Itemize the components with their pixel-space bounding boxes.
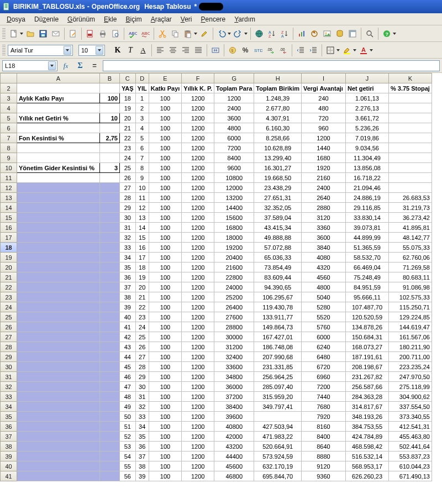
cell[interactable]: [100, 442, 120, 452]
cell[interactable]: 22: [120, 133, 136, 143]
row-header[interactable]: 3: [1, 93, 17, 103]
cell[interactable]: 6: [135, 143, 149, 153]
cell[interactable]: 27: [120, 183, 136, 193]
cell[interactable]: 144.619,47: [388, 322, 432, 332]
row-header[interactable]: 29: [1, 352, 17, 362]
cell[interactable]: 5040: [301, 292, 345, 302]
cell[interactable]: 100: [149, 253, 182, 262]
cell[interactable]: 27600: [214, 312, 254, 322]
row-header[interactable]: 21: [1, 272, 17, 282]
cell[interactable]: 55.075,33: [388, 243, 432, 253]
cell[interactable]: 626.260,23: [345, 471, 388, 481]
cell[interactable]: 207.990,68: [254, 352, 302, 362]
cell[interactable]: 13.856,08: [345, 163, 388, 173]
cell[interactable]: 4.307,91: [254, 113, 302, 123]
cell[interactable]: 102.575,33: [388, 292, 432, 302]
cell[interactable]: [17, 203, 100, 213]
cell[interactable]: 1200: [182, 153, 214, 163]
sort-desc-button[interactable]: ZA: [278, 28, 291, 40]
cell[interactable]: 24000: [214, 282, 254, 292]
cell[interactable]: 8: [135, 163, 149, 173]
cell[interactable]: 1200: [182, 143, 214, 153]
select-all-corner[interactable]: [1, 74, 17, 83]
sort-asc-button[interactable]: AZ: [266, 28, 278, 40]
row-header[interactable]: 16: [1, 223, 17, 233]
decrease-indent-button[interactable]: [294, 44, 307, 56]
row-header[interactable]: 20: [1, 262, 17, 272]
cell[interactable]: 32.352,05: [254, 203, 302, 213]
cell[interactable]: 16800: [214, 223, 254, 233]
help-dropdown[interactable]: [392, 33, 397, 35]
cell[interactable]: 4800: [214, 123, 254, 133]
toolbar-grip[interactable]: [2, 28, 6, 39]
cell[interactable]: 42000: [214, 432, 254, 442]
menu-window[interactable]: Pencere: [197, 14, 230, 24]
cell[interactable]: 1200: [182, 422, 214, 432]
cell[interactable]: 35: [135, 432, 149, 442]
cell[interactable]: 133.911,77: [254, 312, 302, 322]
cell[interactable]: 39.073,81: [345, 223, 388, 233]
cell[interactable]: 14400: [214, 203, 254, 213]
bold-button[interactable]: K: [112, 44, 124, 56]
cell[interactable]: YAŞ: [120, 83, 136, 93]
cell[interactable]: 51: [120, 422, 136, 432]
cell[interactable]: 33: [120, 243, 136, 253]
align-center-button[interactable]: [167, 44, 179, 56]
cell[interactable]: [17, 372, 100, 382]
cell[interactable]: [100, 262, 120, 272]
cell[interactable]: 100: [149, 292, 182, 302]
cell[interactable]: 100: [149, 213, 182, 223]
cell[interactable]: [388, 113, 432, 123]
cell[interactable]: 100: [149, 223, 182, 233]
new-button[interactable]: [8, 28, 20, 40]
cell[interactable]: 36.273,42: [388, 213, 432, 223]
cell[interactable]: 3840: [301, 243, 345, 253]
cell[interactable]: 3: [100, 163, 120, 173]
cell[interactable]: 36: [135, 442, 149, 452]
cell[interactable]: 100: [149, 93, 182, 103]
row-header[interactable]: 18: [1, 243, 17, 253]
cell[interactable]: 1200: [182, 442, 214, 452]
cell[interactable]: 8880: [301, 452, 345, 461]
equals-button[interactable]: =: [88, 60, 101, 72]
cell[interactable]: [100, 372, 120, 382]
spreadsheet-grid[interactable]: A B C D E F G H I J K 2YAŞYILKatkı PayıY…: [0, 73, 442, 504]
cell[interactable]: 187.191,61: [345, 352, 388, 362]
row-header[interactable]: 14: [1, 203, 17, 213]
cell[interactable]: [100, 362, 120, 372]
cell[interactable]: 39: [135, 471, 149, 481]
cell[interactable]: 1200: [182, 412, 214, 422]
standard-format-button[interactable]: STD: [252, 44, 264, 56]
cell[interactable]: [17, 83, 100, 93]
cell[interactable]: 284.363,28: [345, 392, 388, 402]
row-header[interactable]: 36: [1, 422, 17, 432]
cell[interactable]: 1200: [182, 402, 214, 412]
cell[interactable]: [17, 432, 100, 442]
cell[interactable]: 573.924,59: [254, 452, 302, 461]
cell[interactable]: 100: [149, 332, 182, 342]
cell[interactable]: 4320: [301, 262, 345, 272]
align-left-button[interactable]: [154, 44, 166, 56]
open-button[interactable]: [24, 28, 36, 40]
cell[interactable]: 314.817,67: [345, 402, 388, 412]
cell[interactable]: 100: [149, 412, 182, 422]
cell[interactable]: 1200: [182, 471, 214, 481]
cell[interactable]: 13200: [214, 193, 254, 203]
cell[interactable]: [100, 253, 120, 262]
cell[interactable]: 1200: [182, 103, 214, 113]
merge-cells-button[interactable]: [209, 44, 222, 56]
menu-insert[interactable]: Ekle: [99, 14, 121, 24]
cell[interactable]: 120.520,59: [345, 312, 388, 322]
cell[interactable]: 106.295,67: [254, 292, 302, 302]
cell[interactable]: [100, 292, 120, 302]
cell[interactable]: Toplam Birikim: [254, 83, 302, 93]
cell[interactable]: 42: [120, 332, 136, 342]
cell[interactable]: 1: [135, 93, 149, 103]
cell[interactable]: 200.711,00: [388, 352, 432, 362]
cell[interactable]: 31.219,73: [388, 203, 432, 213]
cell[interactable]: 3.661,72: [345, 113, 388, 123]
email-button[interactable]: [50, 28, 62, 40]
hyperlink-button[interactable]: [253, 28, 265, 40]
cell[interactable]: 21600: [214, 262, 254, 272]
cell[interactable]: [100, 452, 120, 461]
